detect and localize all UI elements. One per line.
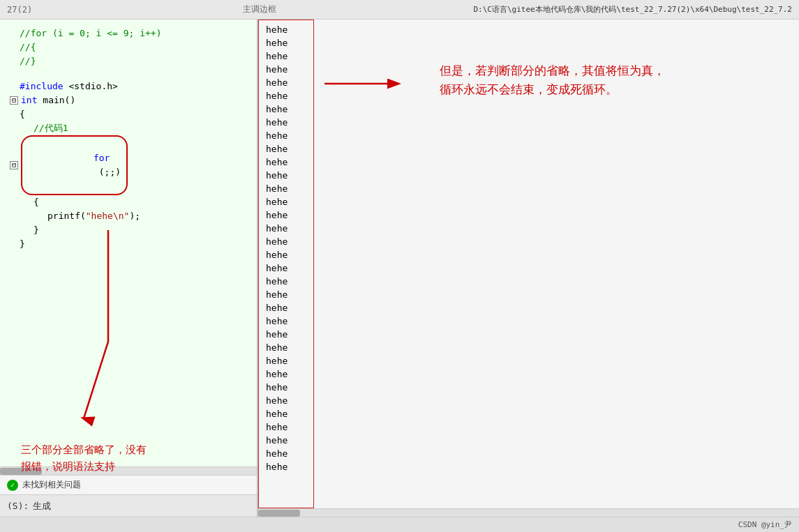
right-arrow-svg: [321, 75, 405, 92]
code-line-printf: printf("hehe\n");: [0, 209, 257, 223]
code-line-brace4: }: [0, 237, 257, 251]
right-annotation: 但是，若判断部分的省略，其值将恒为真， 循环永远不会结束，变成死循环。: [440, 61, 771, 99]
code-section: //for (i = 0; i <= 9; i++) //{ //} #incl…: [0, 20, 257, 466]
build-label: (S):: [7, 501, 29, 511]
hehe-item: hehe: [259, 341, 313, 354]
left-panel: //for (i = 0; i <= 9; i++) //{ //} #incl…: [0, 20, 258, 517]
hehe-item: hehe: [259, 288, 313, 301]
author-credit: CSDN @yin_尹: [738, 519, 792, 530]
code-line-1: //for (i = 0; i <= 9; i++): [0, 26, 257, 40]
hehe-item: hehe: [259, 261, 313, 275]
collapse-main[interactable]: ⊟: [10, 96, 18, 105]
build-bar: (S): 生成: [0, 494, 257, 517]
code-line-main: ⊟ int main(): [0, 93, 257, 107]
content-area: //for (i = 0; i <= 9; i++) //{ //} #incl…: [0, 20, 799, 517]
hehe-item: hehe: [259, 23, 313, 36]
code-line-3: //}: [0, 54, 257, 68]
collapse-for[interactable]: ⊟: [10, 161, 18, 169]
right-scrollbar-thumb[interactable]: [258, 510, 300, 517]
file-path: D:\C语言\gitee本地代码仓库\我的代码\test_22_7.27(2)\…: [473, 4, 792, 15]
hehe-item: hehe: [259, 155, 313, 169]
output-content: hehehehehehehehehehehehehehehehehehehehe…: [258, 20, 799, 508]
hehe-item: hehe: [259, 50, 313, 63]
hehe-item: hehe: [259, 328, 313, 341]
hehe-item: hehe: [259, 235, 313, 248]
hehe-item: hehe: [259, 116, 313, 129]
right-annotation-line1: 但是，若判断部分的省略，其值将恒为真，: [440, 61, 771, 80]
window-subtitle: 主调边框: [46, 3, 473, 15]
hehe-item: hehe: [259, 301, 313, 314]
right-arrow-container: [321, 75, 405, 92]
hehe-item: hehe: [259, 195, 313, 208]
build-text: 生成: [33, 500, 51, 512]
hehe-item: hehe: [259, 407, 313, 420]
right-h-scrollbar[interactable]: [258, 508, 799, 517]
right-annotation-line2: 循环永远不会结束，变成死循环。: [440, 80, 771, 99]
hehe-item: hehe: [259, 420, 313, 434]
left-annotation-line2: 报错，说明语法支持: [21, 458, 147, 475]
window-title: 27(2): [7, 5, 32, 15]
status-icon: ✓: [7, 480, 18, 491]
bottom-bar: CSDN @yin_尹: [0, 517, 799, 532]
for-statement: for (;;): [21, 135, 128, 195]
left-annotation-line1: 三个部分全部省略了，没有: [21, 441, 147, 458]
hehe-item: hehe: [259, 394, 313, 407]
status-bar: ✓ 未找到相关问题: [0, 475, 257, 494]
hehe-item: hehe: [259, 89, 313, 102]
hehe-item: hehe: [259, 142, 313, 155]
hehe-item: hehe: [259, 63, 313, 76]
code-line-brace3: }: [0, 223, 257, 237]
hehe-item: hehe: [259, 169, 313, 182]
main-container: 27(2) 主调边框 D:\C语言\gitee本地代码仓库\我的代码\test_…: [0, 0, 799, 532]
hehe-item: hehe: [259, 367, 313, 381]
hehe-item: hehe: [259, 381, 313, 394]
hehe-item: hehe: [259, 447, 313, 460]
hehe-item: hehe: [259, 129, 313, 142]
hehe-item: hehe: [259, 354, 313, 367]
hehe-item: hehe: [259, 102, 313, 116]
hehe-item: hehe: [259, 434, 313, 447]
hehe-item: hehe: [259, 36, 313, 50]
hehe-item: hehe: [259, 314, 313, 328]
hehe-item: hehe: [259, 222, 313, 235]
code-line-blank: [0, 68, 257, 79]
right-panel: hehehehehehehehehehehehehehehehehehehehe…: [258, 20, 799, 517]
hehe-item: hehe: [259, 182, 313, 195]
code-line-2: //{: [0, 40, 257, 54]
hehe-item: hehe: [259, 460, 313, 473]
hehe-item: hehe: [259, 76, 313, 89]
hehe-item: hehe: [259, 208, 313, 222]
annotation-area: 但是，若判断部分的省略，其值将恒为真， 循环永远不会结束，变成死循环。: [314, 20, 799, 508]
code-line-brace2: {: [0, 195, 257, 209]
code-line-for: ⊟ for (;;): [0, 135, 257, 195]
code-line-include: #include <stdio.h>: [0, 79, 257, 93]
code-line-brace1: {: [0, 107, 257, 121]
hehe-output-list: hehehehehehehehehehehehehehehehehehehehe…: [258, 20, 314, 508]
hehe-item: hehe: [259, 275, 313, 288]
left-annotation: 三个部分全部省略了，没有 报错，说明语法支持: [21, 441, 147, 475]
code-line-comment1: //代码1: [0, 121, 257, 135]
hehe-item: hehe: [259, 248, 313, 261]
status-text: 未找到相关问题: [22, 479, 81, 491]
